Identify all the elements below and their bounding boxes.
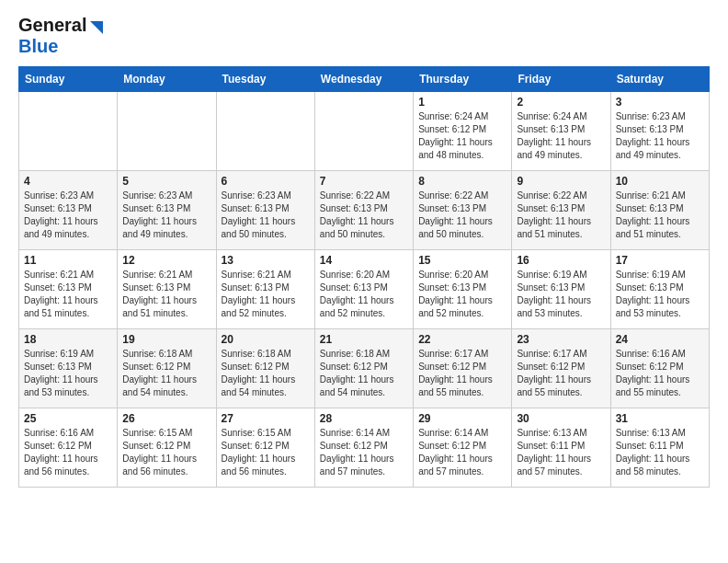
calendar-cell <box>314 92 413 171</box>
calendar-header-row: SundayMondayTuesdayWednesdayThursdayFrid… <box>19 67 710 92</box>
day-info: Sunrise: 6:14 AM Sunset: 6:12 PM Dayligh… <box>320 427 408 478</box>
calendar-week-1: 1Sunrise: 6:24 AM Sunset: 6:12 PM Daylig… <box>19 92 710 171</box>
day-number: 25 <box>24 412 112 425</box>
day-number: 29 <box>418 412 506 425</box>
day-info: Sunrise: 6:18 AM Sunset: 6:12 PM Dayligh… <box>320 348 408 399</box>
calendar-cell: 10Sunrise: 6:21 AM Sunset: 6:13 PM Dayli… <box>610 171 709 250</box>
calendar-cell: 31Sunrise: 6:13 AM Sunset: 6:11 PM Dayli… <box>610 408 709 488</box>
day-info: Sunrise: 6:22 AM Sunset: 6:13 PM Dayligh… <box>418 190 506 241</box>
day-number: 5 <box>122 175 210 188</box>
header-saturday: Saturday <box>610 67 709 92</box>
day-number: 10 <box>616 175 704 188</box>
calendar-cell: 14Sunrise: 6:20 AM Sunset: 6:13 PM Dayli… <box>314 250 413 329</box>
calendar-cell: 28Sunrise: 6:14 AM Sunset: 6:12 PM Dayli… <box>314 408 413 488</box>
calendar-cell: 12Sunrise: 6:21 AM Sunset: 6:13 PM Dayli… <box>118 250 216 329</box>
calendar-cell: 8Sunrise: 6:22 AM Sunset: 6:13 PM Daylig… <box>414 171 512 250</box>
calendar-cell: 16Sunrise: 6:19 AM Sunset: 6:13 PM Dayli… <box>512 250 610 329</box>
header-monday: Monday <box>118 67 216 92</box>
calendar-cell <box>216 92 314 171</box>
day-info: Sunrise: 6:17 AM Sunset: 6:12 PM Dayligh… <box>517 348 605 399</box>
header-sunday: Sunday <box>19 67 118 92</box>
calendar-cell <box>118 92 216 171</box>
day-info: Sunrise: 6:20 AM Sunset: 6:13 PM Dayligh… <box>320 269 408 320</box>
day-info: Sunrise: 6:17 AM Sunset: 6:12 PM Dayligh… <box>418 348 506 399</box>
calendar-cell: 2Sunrise: 6:24 AM Sunset: 6:13 PM Daylig… <box>512 92 610 171</box>
day-info: Sunrise: 6:16 AM Sunset: 6:12 PM Dayligh… <box>616 348 704 399</box>
logo-wrap: General Blue <box>18 15 103 57</box>
calendar-cell: 19Sunrise: 6:18 AM Sunset: 6:12 PM Dayli… <box>118 329 216 408</box>
day-number: 20 <box>222 333 310 346</box>
day-number: 19 <box>122 333 210 346</box>
day-number: 6 <box>222 175 310 188</box>
calendar-week-5: 25Sunrise: 6:16 AM Sunset: 6:12 PM Dayli… <box>19 408 710 488</box>
day-info: Sunrise: 6:16 AM Sunset: 6:12 PM Dayligh… <box>24 427 112 478</box>
calendar-cell: 6Sunrise: 6:23 AM Sunset: 6:13 PM Daylig… <box>216 171 314 250</box>
logo-text-wrap: General Blue <box>18 15 103 57</box>
day-info: Sunrise: 6:21 AM Sunset: 6:13 PM Dayligh… <box>122 269 210 320</box>
day-number: 8 <box>418 175 506 188</box>
calendar-cell: 22Sunrise: 6:17 AM Sunset: 6:12 PM Dayli… <box>414 329 512 408</box>
day-number: 23 <box>517 333 605 346</box>
day-number: 26 <box>122 412 210 425</box>
calendar-cell: 15Sunrise: 6:20 AM Sunset: 6:13 PM Dayli… <box>414 250 512 329</box>
day-number: 30 <box>517 412 605 425</box>
day-info: Sunrise: 6:21 AM Sunset: 6:13 PM Dayligh… <box>616 190 704 241</box>
day-number: 24 <box>616 333 704 346</box>
day-info: Sunrise: 6:21 AM Sunset: 6:13 PM Dayligh… <box>222 269 310 320</box>
day-info: Sunrise: 6:22 AM Sunset: 6:13 PM Dayligh… <box>517 190 605 241</box>
calendar-cell: 24Sunrise: 6:16 AM Sunset: 6:12 PM Dayli… <box>610 329 709 408</box>
day-info: Sunrise: 6:18 AM Sunset: 6:12 PM Dayligh… <box>122 348 210 399</box>
header-tuesday: Tuesday <box>216 67 314 92</box>
day-number: 1 <box>418 96 506 109</box>
calendar-cell: 5Sunrise: 6:23 AM Sunset: 6:13 PM Daylig… <box>118 171 216 250</box>
header-friday: Friday <box>512 67 610 92</box>
calendar-cell: 23Sunrise: 6:17 AM Sunset: 6:12 PM Dayli… <box>512 329 610 408</box>
svg-marker-0 <box>90 21 103 34</box>
day-info: Sunrise: 6:19 AM Sunset: 6:13 PM Dayligh… <box>616 269 704 320</box>
day-info: Sunrise: 6:24 AM Sunset: 6:13 PM Dayligh… <box>517 110 605 162</box>
day-number: 13 <box>222 254 310 267</box>
calendar-cell: 3Sunrise: 6:23 AM Sunset: 6:13 PM Daylig… <box>610 92 709 171</box>
day-info: Sunrise: 6:23 AM Sunset: 6:13 PM Dayligh… <box>122 190 210 241</box>
day-number: 28 <box>320 412 408 425</box>
day-info: Sunrise: 6:24 AM Sunset: 6:12 PM Dayligh… <box>418 110 506 162</box>
calendar-cell: 27Sunrise: 6:15 AM Sunset: 6:12 PM Dayli… <box>216 408 314 488</box>
day-info: Sunrise: 6:14 AM Sunset: 6:12 PM Dayligh… <box>418 427 506 478</box>
day-number: 22 <box>418 333 506 346</box>
calendar-cell: 20Sunrise: 6:18 AM Sunset: 6:12 PM Dayli… <box>216 329 314 408</box>
day-number: 9 <box>517 175 605 188</box>
day-info: Sunrise: 6:19 AM Sunset: 6:13 PM Dayligh… <box>24 348 112 399</box>
day-number: 3 <box>616 96 704 109</box>
day-info: Sunrise: 6:21 AM Sunset: 6:13 PM Dayligh… <box>24 269 112 320</box>
day-number: 7 <box>320 175 408 188</box>
calendar-cell: 25Sunrise: 6:16 AM Sunset: 6:12 PM Dayli… <box>19 408 118 488</box>
calendar-cell: 1Sunrise: 6:24 AM Sunset: 6:12 PM Daylig… <box>414 92 512 171</box>
calendar-cell: 26Sunrise: 6:15 AM Sunset: 6:12 PM Dayli… <box>118 408 216 488</box>
header-thursday: Thursday <box>414 67 512 92</box>
day-number: 14 <box>320 254 408 267</box>
logo-blue-label: Blue <box>18 36 58 56</box>
calendar-week-4: 18Sunrise: 6:19 AM Sunset: 6:13 PM Dayli… <box>19 329 710 408</box>
day-info: Sunrise: 6:20 AM Sunset: 6:13 PM Dayligh… <box>418 269 506 320</box>
calendar-cell <box>19 92 118 171</box>
calendar-cell: 21Sunrise: 6:18 AM Sunset: 6:12 PM Dayli… <box>314 329 413 408</box>
day-number: 21 <box>320 333 408 346</box>
day-info: Sunrise: 6:15 AM Sunset: 6:12 PM Dayligh… <box>222 427 310 478</box>
calendar-cell: 4Sunrise: 6:23 AM Sunset: 6:13 PM Daylig… <box>19 171 118 250</box>
day-info: Sunrise: 6:19 AM Sunset: 6:13 PM Dayligh… <box>517 269 605 320</box>
day-number: 15 <box>418 254 506 267</box>
logo-triangle-icon <box>86 19 103 36</box>
calendar-table: SundayMondayTuesdayWednesdayThursdayFrid… <box>18 66 710 488</box>
calendar-cell: 13Sunrise: 6:21 AM Sunset: 6:13 PM Dayli… <box>216 250 314 329</box>
day-number: 17 <box>616 254 704 267</box>
calendar-cell: 29Sunrise: 6:14 AM Sunset: 6:12 PM Dayli… <box>414 408 512 488</box>
day-number: 4 <box>24 175 112 188</box>
calendar-cell: 11Sunrise: 6:21 AM Sunset: 6:13 PM Dayli… <box>19 250 118 329</box>
calendar-week-3: 11Sunrise: 6:21 AM Sunset: 6:13 PM Dayli… <box>19 250 710 329</box>
day-info: Sunrise: 6:23 AM Sunset: 6:13 PM Dayligh… <box>24 190 112 241</box>
header-wednesday: Wednesday <box>314 67 413 92</box>
header: General Blue <box>18 15 710 57</box>
day-number: 11 <box>24 254 112 267</box>
logo-general-label: General <box>18 15 86 35</box>
day-info: Sunrise: 6:23 AM Sunset: 6:13 PM Dayligh… <box>222 190 310 241</box>
